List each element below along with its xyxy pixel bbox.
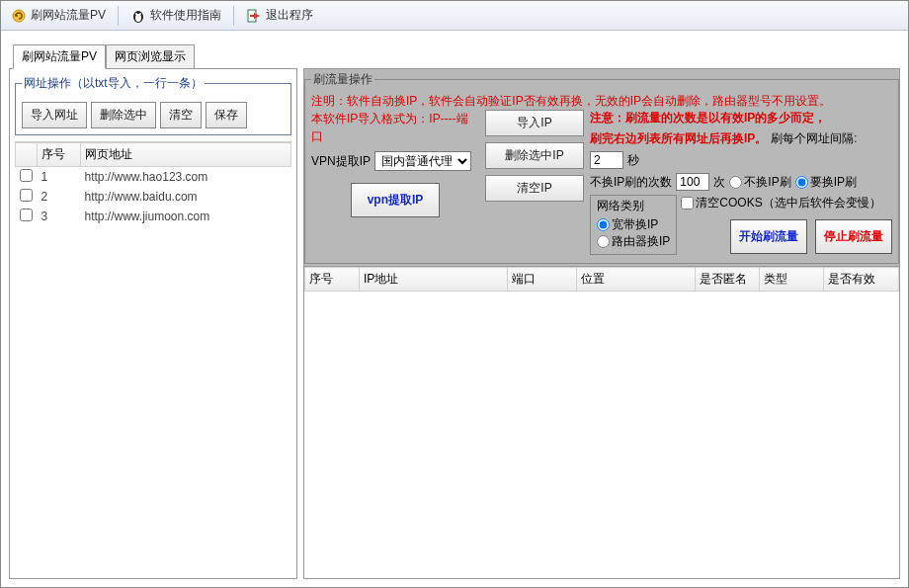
ip-col-loc: 位置 [577,268,696,292]
ip-col-port: 端口 [508,268,577,292]
guide-label: 软件使用指南 [150,7,221,24]
note-line2: 本软件IP导入格式为：IP----端口 [311,110,479,145]
traffic-ops-panel: 刷流量操作 注明：软件自动换IP，软件会自动验证IP否有效再换，无效的IP会自动… [304,69,899,267]
exit-icon [246,8,262,24]
refresh-pv-button[interactable]: 刷网站流量PV [5,5,112,26]
exit-label: 退出程序 [266,7,313,24]
refresh-pv-label: 刷网站流量PV [31,7,106,24]
row-url: http://www.hao123.com [81,167,291,188]
exit-button[interactable]: 退出程序 [240,5,319,26]
separator [118,6,119,26]
note-line1: 注明：软件自动换IP，软件会自动验证IP否有效再换，无效的IP会自动删除，路由器… [311,92,892,110]
row-sn: 3 [38,207,81,226]
table-row[interactable]: 2http://www.baidu.com [16,187,291,207]
svg-point-2 [135,14,141,22]
svg-point-4 [139,13,141,15]
url-ops-legend: 网址操作（以txt导入，一行一条） [22,75,205,92]
row-sn: 1 [38,167,81,188]
network-type-group: 网络类别 宽带换IP 路由器换IP [590,195,677,255]
refresh-icon [11,8,27,24]
svg-point-0 [13,10,25,22]
vpn-select[interactable]: 国内普通代理 [374,151,471,171]
net-group-title: 网络类别 [597,198,670,214]
row-checkbox[interactable] [20,169,33,182]
url-ops-fieldset: 网址操作（以txt导入，一行一条） 导入网址 删除选中 清空 保存 [15,75,291,135]
warn2: 刷完右边列表所有网址后再换IP。 [590,130,767,147]
warn1: 注意：刷流量的次数是以有效IP的多少而定， [590,110,826,126]
right-panel: 刷流量操作 注明：软件自动换IP，软件会自动验证IP否有效再换，无效的IP会自动… [303,68,900,579]
ip-col-valid: 是否有效 [824,268,899,292]
clear-cooks-checkbox[interactable]: 清空COOKS（选中后软件会变慢） [681,195,892,211]
tab-pv[interactable]: 刷网站流量PV [13,44,106,69]
radio-router[interactable]: 路由器换IP [597,233,670,250]
interval-suffix: 秒 [627,152,639,169]
url-table[interactable]: 序号 网页地址 1http://www.hao123.com2http://ww… [15,141,291,573]
delete-ip-button[interactable]: 删除选中IP [485,142,584,169]
interval-input[interactable] [590,151,623,169]
stop-button[interactable]: 停止刷流量 [815,219,892,254]
content-area: 网址操作（以txt导入，一行一条） 导入网址 删除选中 清空 保存 序号 网页地… [1,68,908,587]
delete-url-button[interactable]: 删除选中 [91,102,156,128]
count-input[interactable] [676,173,709,191]
traffic-legend: 刷流量操作 [311,71,374,88]
count-prefix: 不换IP刷的次数 [590,174,672,191]
vpn-label: VPN提取IP [311,153,371,170]
ip-col-anon: 是否匿名 [696,268,760,292]
import-url-button[interactable]: 导入网址 [22,102,87,128]
ip-col-addr: IP地址 [360,268,508,292]
table-row[interactable]: 3http://www.jiumoon.com [16,207,291,226]
app-window: 刷网站流量PV 软件使用指南 退出程序 刷网站流量PV 网页浏览显示 网址操作（… [0,0,909,588]
col-sn: 序号 [38,143,81,167]
radio-broadband[interactable]: 宽带换IP [597,216,670,233]
clear-ip-button[interactable]: 清空IP [485,175,584,202]
row-checkbox[interactable] [20,209,33,221]
interval-prefix: 刷每个网址间隔: [771,130,857,147]
row-url: http://www.jiumoon.com [81,207,291,226]
vpn-fetch-button[interactable]: vpn提取IP [351,183,441,217]
tab-strip: 刷网站流量PV 网页浏览显示 [13,44,908,69]
row-url: http://www.baidu.com [81,187,291,207]
guide-button[interactable]: 软件使用指南 [124,5,227,26]
radio-switch[interactable]: 要换IP刷 [795,174,857,191]
svg-point-3 [135,13,137,15]
table-row[interactable]: 1http://www.hao123.com [16,167,291,188]
radio-noswitch[interactable]: 不换IP刷 [729,174,790,191]
ip-col-sn: 序号 [305,268,360,292]
separator [233,6,234,26]
count-suffix: 次 [713,174,725,191]
col-url: 网页地址 [81,143,291,167]
row-checkbox[interactable] [20,189,33,202]
clear-url-button[interactable]: 清空 [160,102,202,128]
tab-browse[interactable]: 网页浏览显示 [106,44,195,69]
import-ip-button[interactable]: 导入IP [485,110,584,136]
penguin-icon [130,8,146,24]
start-button[interactable]: 开始刷流量 [730,219,807,254]
left-panel: 网址操作（以txt导入，一行一条） 导入网址 删除选中 清空 保存 序号 网页地… [9,68,297,579]
ip-table[interactable]: 序号 IP地址 端口 位置 是否匿名 类型 是否有效 [304,267,899,578]
row-sn: 2 [38,187,81,207]
main-toolbar: 刷网站流量PV 软件使用指南 退出程序 [1,1,908,31]
save-url-button[interactable]: 保存 [206,102,247,128]
ip-col-type: 类型 [760,268,824,292]
